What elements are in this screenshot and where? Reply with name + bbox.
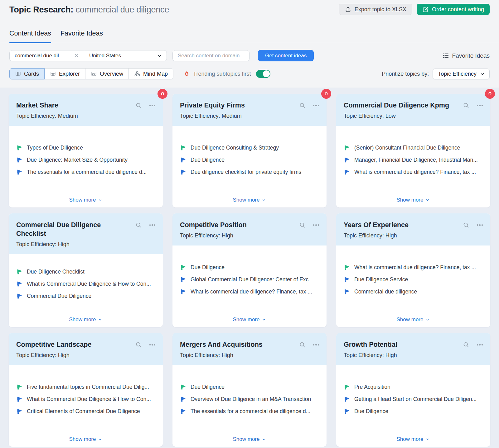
content-idea-item[interactable]: The essentials for a commercial due dili… <box>180 408 319 415</box>
more-menu-icon[interactable] <box>149 105 156 106</box>
content-idea-item[interactable]: Global Commercial Due Diligence: Center … <box>180 276 319 283</box>
content-idea-item[interactable]: Due Diligence <box>344 408 483 415</box>
content-idea-item[interactable]: Commercial Due Diligence <box>16 293 155 299</box>
search-icon[interactable] <box>299 102 306 109</box>
view-overview[interactable]: Overview <box>85 68 129 79</box>
country-select[interactable]: United States <box>84 50 167 61</box>
order-content-writing-button[interactable]: Order content writing <box>417 4 490 15</box>
domain-search-input[interactable] <box>172 50 250 61</box>
content-idea-item[interactable]: Due Diligence Consulting & Strategy <box>180 144 319 151</box>
search-row: commercial due dil... United States Get … <box>0 43 499 61</box>
megaphone-icon <box>180 145 186 151</box>
more-menu-icon[interactable] <box>477 105 483 106</box>
flame-icon <box>183 71 190 77</box>
chevron-down-icon <box>262 198 266 202</box>
search-icon[interactable] <box>135 222 142 228</box>
show-more-link[interactable]: Show more <box>180 313 319 323</box>
tab-content-ideas[interactable]: Content Ideas <box>9 30 51 43</box>
search-icon[interactable] <box>135 102 142 109</box>
show-more-link[interactable]: Show more <box>344 313 483 323</box>
more-menu-icon[interactable] <box>149 224 156 226</box>
show-more-link[interactable]: Show more <box>16 313 155 323</box>
content-idea-item[interactable]: Pre Acquisition <box>344 384 483 390</box>
show-more-link[interactable]: Show more <box>180 433 319 442</box>
more-menu-icon[interactable] <box>313 224 319 226</box>
more-menu-icon[interactable] <box>477 344 483 346</box>
search-icon[interactable] <box>299 222 306 228</box>
megaphone-icon <box>16 396 22 402</box>
search-icon[interactable] <box>299 341 306 348</box>
more-menu-icon[interactable] <box>149 344 156 346</box>
megaphone-icon <box>344 288 350 295</box>
show-more-link[interactable]: Show more <box>16 433 155 442</box>
content-idea-item[interactable]: Due Diligence <box>180 264 319 271</box>
content-idea-item[interactable]: Due Diligence Checklist <box>16 268 155 275</box>
tabs: Content Ideas Favorite Ideas <box>0 15 499 43</box>
card-header: Growth Potential Topic Efficiency: High <box>336 333 490 365</box>
get-content-ideas-button[interactable]: Get content ideas <box>258 50 314 61</box>
content-idea-item[interactable]: Due diligence checklist for private equi… <box>180 169 319 175</box>
card-body: What is commercial due diligence? Financ… <box>336 245 490 327</box>
more-menu-icon[interactable] <box>313 344 319 346</box>
content-idea-item[interactable]: Due Diligence <box>180 384 319 390</box>
view-cards[interactable]: Cards <box>9 68 45 79</box>
show-more-link[interactable]: Show more <box>16 194 155 203</box>
show-more-link[interactable]: Show more <box>180 194 319 203</box>
card-header: Private Equity Firms Topic Efficiency: M… <box>172 94 327 126</box>
content-idea-item[interactable]: What is commercial due diligence? Financ… <box>344 169 483 175</box>
content-idea-item[interactable]: Overview of Due Diligence in an M&A Tran… <box>180 396 319 403</box>
card-title: Mergers And Acquisitions <box>180 340 299 349</box>
content-idea-item[interactable]: What is commercial due diligence? Financ… <box>180 288 319 295</box>
top-section: Topic Research: commercial due diligence… <box>0 0 499 88</box>
view-explorer[interactable]: Explorer <box>45 68 85 79</box>
favorite-ideas-link[interactable]: Favorite Ideas <box>443 52 490 59</box>
chevron-down-icon <box>480 71 485 77</box>
content-idea-item[interactable]: What is Commercial Due Diligence & How t… <box>16 396 155 403</box>
content-idea-item[interactable]: Types of Due Diligence <box>16 144 155 151</box>
content-idea-item[interactable]: The essentials for a commercial due dili… <box>16 169 155 175</box>
chevron-down-icon <box>98 198 102 202</box>
trending-toggle[interactable] <box>256 70 270 78</box>
content-idea-item[interactable]: Due Diligence Service <box>344 276 483 283</box>
megaphone-icon <box>344 169 350 175</box>
view-mindmap[interactable]: Mind Map <box>129 68 173 79</box>
card-header: Commercial Due Diligence Kpmg Topic Effi… <box>336 94 490 126</box>
content-idea-item[interactable]: Commercial due diligence <box>344 288 483 295</box>
content-idea-item[interactable]: What is commercial due diligence? Financ… <box>344 264 483 271</box>
topic-card: Mergers And Acquisitions Topic Efficienc… <box>172 333 327 447</box>
content-idea-item[interactable]: What is Commercial Due Diligence & How t… <box>16 280 155 287</box>
query-chip[interactable]: commercial due dil... <box>10 50 84 61</box>
more-menu-icon[interactable] <box>477 224 483 226</box>
content-idea-item[interactable]: Getting a Head Start on Commercial Due D… <box>344 396 483 403</box>
card-body: Five fundamental topics in Commercial Du… <box>9 365 163 447</box>
search-icon[interactable] <box>463 341 469 348</box>
search-icon[interactable] <box>463 102 469 109</box>
search-icon[interactable] <box>463 222 469 228</box>
topic-efficiency: Topic Efficiency: High <box>180 351 319 359</box>
card-header: Years Of Experience Topic Efficiency: Hi… <box>336 213 490 245</box>
clear-query-icon[interactable] <box>74 53 80 59</box>
prioritize-select[interactable]: Topic Efficiency <box>433 69 490 79</box>
content-idea-item[interactable]: Critical Elements of Commercial Due Dili… <box>16 408 155 415</box>
content-idea-item[interactable]: Due Diligence <box>180 156 319 163</box>
show-more-link[interactable]: Show more <box>344 433 483 442</box>
search-icon[interactable] <box>135 341 142 348</box>
content-idea-item[interactable]: Manager, Financial Due Diligence, Indust… <box>344 156 483 163</box>
export-xlsx-button[interactable]: Export topic to XLSX <box>339 4 412 15</box>
megaphone-icon <box>180 288 186 295</box>
tab-favorite-ideas[interactable]: Favorite Ideas <box>61 30 103 43</box>
content-idea-item[interactable]: Due Diligence: Market Size & Opportunity <box>16 156 155 163</box>
card-body: Pre AcquisitionGetting a Head Start on C… <box>336 365 490 447</box>
megaphone-icon <box>344 384 350 390</box>
list-icon <box>443 52 449 59</box>
prioritize-control: Prioritize topics by: Topic Efficiency <box>382 69 490 79</box>
view-row: Cards Explorer Overview Mind Map Trendin… <box>0 61 499 88</box>
content-ideas-grid: Market Share Topic Efficiency: Medium Ty… <box>0 88 499 448</box>
trending-flame-badge <box>157 89 167 99</box>
content-idea-item[interactable]: Five fundamental topics in Commercial Du… <box>16 384 155 390</box>
more-menu-icon[interactable] <box>313 105 319 106</box>
show-more-link[interactable]: Show more <box>344 194 483 203</box>
megaphone-icon <box>344 157 350 163</box>
megaphone-icon <box>180 157 186 163</box>
content-idea-item[interactable]: (Senior) Consultant Financial Due Dilige… <box>344 144 483 151</box>
